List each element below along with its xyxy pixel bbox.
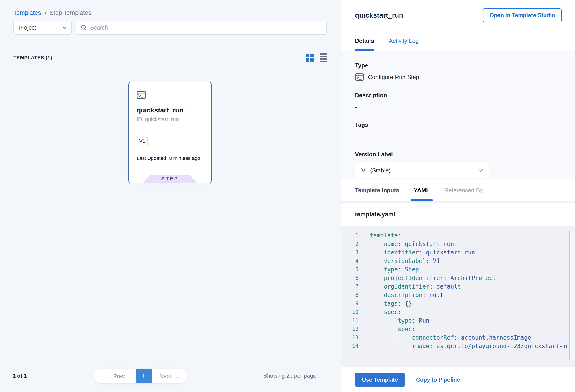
- search-input[interactable]: [90, 24, 322, 31]
- code-line: 11 type: Run: [341, 316, 575, 325]
- code-line: 2 name: quickstart_run: [341, 240, 575, 248]
- code-line: 5 type: Step: [341, 265, 575, 274]
- template-details-panel: quickstart_run Open in Template Studio D…: [341, 0, 575, 392]
- type-label: Type: [355, 62, 562, 69]
- template-card-title: quickstart_run: [137, 106, 203, 114]
- step-type-banner-label: STEP: [161, 176, 179, 182]
- breadcrumb-current: Step Templates: [49, 9, 91, 16]
- chevron-down-icon: [63, 26, 67, 29]
- template-card[interactable]: quickstart_run ID: quickstart_run V1 Las…: [128, 82, 212, 183]
- last-updated-label: Last Updated: [137, 156, 166, 161]
- scope-select[interactable]: Project: [13, 21, 72, 35]
- version-select-value: V1 (Stable): [361, 167, 391, 174]
- tags-label: Tags: [355, 121, 562, 128]
- list-view-icon[interactable]: [320, 53, 327, 62]
- template-card-id: ID: quickstart_run: [137, 116, 203, 122]
- open-in-template-studio-button[interactable]: Open in Template Studio: [483, 8, 562, 23]
- code-line: 1template:: [341, 231, 575, 240]
- pagination: ← Prev 1 Next →: [94, 369, 187, 384]
- arrow-right-icon: →: [174, 373, 179, 379]
- version-select[interactable]: V1 (Stable): [355, 163, 489, 178]
- arrow-left-icon: ←: [105, 373, 111, 379]
- type-value: Configure Run Step: [368, 74, 419, 81]
- per-page-text: Showing 20 per page: [263, 372, 316, 379]
- terminal-icon: [137, 91, 146, 99]
- chevron-right-icon: ›: [44, 9, 46, 16]
- code-line: 10 spec:: [341, 308, 575, 316]
- indent-guide: [398, 333, 398, 350]
- page-summary: 1 of 1: [13, 373, 27, 379]
- tags-value: -: [355, 133, 562, 140]
- scope-select-value: Project: [19, 24, 36, 31]
- yaml-file-header: template.yaml: [341, 203, 575, 226]
- description-value: -: [355, 104, 562, 111]
- search-box: [76, 21, 327, 35]
- breadcrumb: Templates › Step Templates: [13, 9, 91, 16]
- templates-count-heading: TEMPLATES (1): [13, 55, 52, 61]
- panel-title: quickstart_run: [355, 11, 403, 20]
- template-card-body: quickstart_run ID: quickstart_run V1 Las…: [129, 82, 211, 161]
- last-updated-row: Last Updated 8 minutes ago: [137, 156, 203, 161]
- detail-tabs: Details Activity Log: [341, 31, 575, 51]
- code-line: 4 versionLabel: V1: [341, 257, 575, 265]
- prev-page-button[interactable]: ← Prev: [94, 369, 136, 384]
- copy-to-pipeline-link[interactable]: Copy to Pipeline: [416, 377, 460, 383]
- editor-scrollbar[interactable]: [569, 231, 575, 360]
- tab-referenced-by[interactable]: Referenced By: [444, 179, 483, 201]
- version-badge: V1: [137, 136, 148, 146]
- indent-guide: [384, 316, 384, 350]
- search-icon: [81, 25, 87, 31]
- list-header: TEMPLATES (1): [13, 53, 327, 62]
- terminal-icon: [355, 73, 364, 81]
- tab-details[interactable]: Details: [355, 31, 374, 51]
- code-line: 9 tags: {}: [341, 299, 575, 308]
- prev-label: Prev: [113, 373, 125, 379]
- indent-guide: [370, 240, 370, 350]
- tab-template-inputs[interactable]: Template Inputs: [355, 179, 399, 201]
- panel-header: quickstart_run Open in Template Studio: [341, 0, 575, 31]
- code-line: 3 identifier: quickstart_run: [341, 248, 575, 257]
- next-label: Next: [160, 373, 171, 379]
- panel-footer: Use Template Copy to Pipeline: [341, 367, 575, 392]
- yaml-code-lines: 1template:2 name: quickstart_run3 identi…: [341, 231, 575, 350]
- version-label: Version Label: [355, 151, 562, 158]
- yaml-code-editor[interactable]: 1template:2 name: quickstart_run3 identi…: [341, 226, 575, 367]
- code-line: 6 projectIdentifier: ArchitProject: [341, 274, 575, 282]
- tab-activity-log[interactable]: Activity Log: [389, 31, 419, 51]
- type-row: Configure Run Step: [355, 73, 562, 81]
- templates-list-pane: Templates › Step Templates Project TEMPL…: [0, 0, 341, 392]
- code-line: 8 description: null: [341, 291, 575, 299]
- code-line: 7 orgIdentifier: default: [341, 282, 575, 291]
- grid-view-icon[interactable]: [306, 54, 314, 62]
- view-toggles: [306, 53, 327, 62]
- description-label: Description: [355, 92, 562, 99]
- chevron-down-icon: [479, 169, 483, 172]
- code-line: 13 connectorRef: account.harnessImage: [341, 333, 575, 342]
- breadcrumb-templates-link[interactable]: Templates: [13, 9, 41, 16]
- tab-yaml[interactable]: YAML: [414, 179, 430, 201]
- next-page-button[interactable]: Next →: [152, 369, 187, 384]
- page-1-button[interactable]: 1: [136, 369, 152, 384]
- code-line: 12 spec:: [341, 325, 575, 333]
- code-line: 14 image: us.gcr.io/playground-123/quick…: [341, 342, 575, 350]
- step-type-banner: STEP: [143, 175, 197, 183]
- use-template-button[interactable]: Use Template: [355, 373, 405, 387]
- filter-row: Project: [13, 21, 327, 35]
- card-divider: [137, 129, 203, 130]
- section-divider: [341, 201, 575, 203]
- last-updated-value: 8 minutes ago: [169, 156, 200, 161]
- details-section: Type Configure Run Step Description - Ta…: [341, 51, 575, 179]
- yaml-tabs: Template Inputs YAML Referenced By: [341, 179, 575, 201]
- yaml-file-name: template.yaml: [355, 211, 395, 218]
